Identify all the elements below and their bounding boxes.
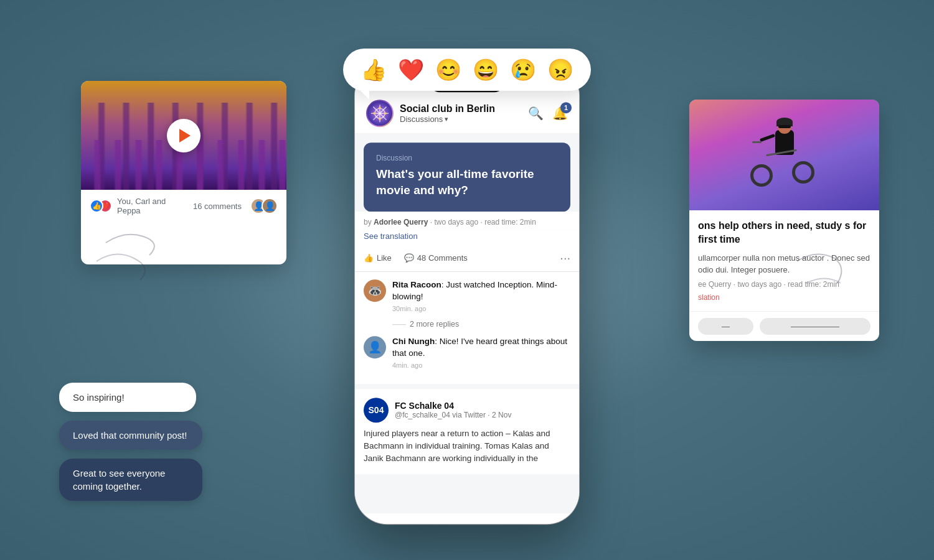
phone-header-actions: 🔍 🔔 1 bbox=[528, 106, 568, 121]
heart-reaction[interactable]: ❤️ bbox=[398, 57, 424, 82]
svg-point-6 bbox=[379, 106, 381, 109]
comment-body: Rita Racoon: Just watched Inception. Min… bbox=[392, 279, 570, 312]
more-options-button[interactable]: ··· bbox=[560, 251, 570, 264]
comment-time-2: 4min. ago bbox=[392, 362, 570, 369]
chat-bubble-great: Great to see everyone coming together. bbox=[59, 459, 202, 501]
social-post-name: FC Schalke 04 bbox=[395, 401, 511, 411]
svg-point-7 bbox=[384, 112, 387, 114]
comment-time: 30min. ago bbox=[392, 305, 570, 312]
svg-point-9 bbox=[373, 112, 375, 114]
comment-avatar: 🦝 bbox=[364, 279, 386, 302]
comment-item-2: 👤 Chi Nungh: Nice! I've heard great thin… bbox=[364, 336, 570, 369]
bg-decoration-left: 👍 ❤️ You, Carl and Peppa 16 comments 👤 👤 bbox=[81, 81, 286, 264]
comment-body-2: Chi Nungh: Nice! I've heard great things… bbox=[392, 336, 570, 369]
comment-icon: 💬 bbox=[404, 253, 414, 263]
discussion-author: Adorlee Querry bbox=[374, 218, 428, 226]
discussion-read-time: read time: 2min bbox=[484, 218, 536, 226]
right-card: ons help others in need, study s for fir… bbox=[689, 100, 879, 341]
grin-reaction[interactable]: 😄 bbox=[473, 57, 499, 82]
right-card-translation-link[interactable]: slation bbox=[698, 293, 720, 302]
angry-reaction[interactable]: 😠 bbox=[547, 57, 573, 82]
comments-section: 🦝 Rita Racoon: Just watched Inception. M… bbox=[355, 272, 579, 384]
comments-count: 16 comments bbox=[193, 202, 242, 211]
community-tab[interactable]: Discussions ▾ bbox=[400, 114, 522, 124]
sad-reaction[interactable]: 😢 bbox=[510, 57, 536, 82]
phone-header: Social club in Berlin Discussions ▾ 🔍 🔔 … bbox=[355, 95, 579, 134]
smile-reaction[interactable]: 😊 bbox=[435, 57, 461, 82]
social-post-card: S04 FC Schalke 04 @fc_schalke_04 via Twi… bbox=[355, 389, 579, 474]
left-card-footer-text: You, Carl and Peppa bbox=[117, 197, 188, 215]
thumbs-up-reaction[interactable]: 👍 bbox=[361, 57, 387, 82]
reaction-bubble: 👍 ❤️ 😊 😄 😢 😠 bbox=[343, 49, 591, 91]
left-card-footer: 👍 ❤️ You, Carl and Peppa 16 comments 👤 👤 bbox=[81, 190, 286, 222]
discussion-meta: by Adorlee Querry · two days ago · read … bbox=[355, 212, 579, 229]
comment-item: 🦝 Rita Racoon: Just watched Inception. M… bbox=[364, 279, 570, 312]
right-action-pill-2[interactable]: —————— bbox=[760, 318, 870, 335]
chat-bubbles-container: So inspiring! Loved that community post!… bbox=[59, 383, 202, 501]
discussion-title[interactable]: What's your all-time favorite movie and … bbox=[376, 166, 558, 198]
social-post-header: S04 FC Schalke 04 @fc_schalke_04 via Twi… bbox=[364, 398, 570, 422]
comment-text: Rita Racoon: Just watched Inception. Min… bbox=[392, 279, 570, 303]
play-button[interactable] bbox=[167, 119, 200, 152]
right-action-pill-1[interactable]: — bbox=[698, 318, 753, 335]
right-card-image bbox=[689, 100, 879, 210]
chat-bubble-loved: Loved that community post! bbox=[59, 421, 202, 450]
community-name: Social club in Berlin bbox=[400, 103, 522, 114]
discussion-card: Discussion What's your all-time favorite… bbox=[364, 142, 570, 212]
notification-badge: 1 bbox=[560, 102, 572, 113]
right-card-body: ullamcorper nulla non metus auctor . Don… bbox=[698, 252, 870, 276]
like-button[interactable]: 👍 Like bbox=[364, 253, 392, 263]
right-card-content: ons help others in need, study s for fir… bbox=[689, 210, 879, 311]
discussion-label: Discussion bbox=[376, 154, 558, 162]
fc-schalke-logo: S04 bbox=[364, 398, 389, 422]
chat-bubble-inspiring: So inspiring! bbox=[59, 383, 196, 412]
discussion-actions: 👍 Like 💬 48 Comments ··· bbox=[355, 248, 579, 272]
phone: 9:41 📶 bbox=[355, 63, 579, 524]
discussion-time: two days ago bbox=[434, 218, 478, 226]
thumbs-up-icon: 👍 bbox=[364, 253, 374, 263]
phone-header-info: Social club in Berlin Discussions ▾ bbox=[400, 103, 522, 124]
chevron-down-icon: ▾ bbox=[445, 115, 448, 123]
see-translation-link[interactable]: See translation bbox=[364, 231, 418, 241]
comment-text-2: Chi Nungh: Nice! I've heard great things… bbox=[392, 336, 570, 360]
svg-point-8 bbox=[379, 118, 381, 120]
right-card-meta: ee Querry · two days ago · read time: 2m… bbox=[698, 280, 870, 289]
community-logo-icon bbox=[367, 101, 392, 126]
comment-avatar-2: 👤 bbox=[364, 336, 386, 358]
right-card-actions: — —————— bbox=[689, 311, 879, 341]
right-card-title: ons help others in need, study s for fir… bbox=[698, 219, 870, 247]
search-icon[interactable]: 🔍 bbox=[528, 106, 544, 121]
more-replies[interactable]: 2 more replies bbox=[392, 320, 570, 329]
phone-wrapper: 9:41 📶 bbox=[355, 63, 579, 524]
community-logo bbox=[366, 100, 394, 127]
social-post-handle: @fc_schalke_04 via Twitter · 2 Nov bbox=[395, 411, 511, 419]
social-post-text: Injured players near a return to action … bbox=[364, 427, 570, 465]
comments-button[interactable]: 💬 48 Comments bbox=[404, 253, 468, 263]
phone-content[interactable]: Discussion What's your all-time favorite… bbox=[355, 134, 579, 513]
notification-bell-wrapper[interactable]: 🔔 1 bbox=[552, 106, 568, 121]
